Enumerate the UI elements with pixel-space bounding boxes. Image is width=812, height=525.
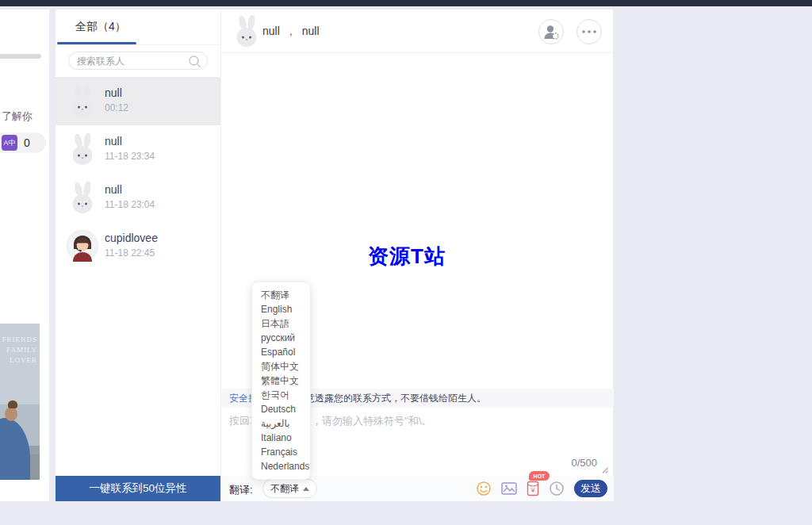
search-icon[interactable] <box>188 55 201 71</box>
translate-option[interactable]: 不翻译 <box>252 288 310 302</box>
photo-person <box>0 418 30 480</box>
background-page: 了解你 A中 0 FRIENDS FAMILY LOVER <box>0 10 49 501</box>
translate-count: 0 <box>24 136 30 149</box>
rabbit-avatar <box>67 85 98 118</box>
service-agent-avatar <box>67 230 98 263</box>
translate-option[interactable]: Français <box>252 445 310 459</box>
translate-option[interactable]: English <box>252 302 310 316</box>
translate-option[interactable]: Deutsch <box>252 402 310 416</box>
translate-option[interactable]: Italiano <box>252 431 310 445</box>
image-upload-icon[interactable] <box>501 481 517 496</box>
translate-option[interactable]: русский <box>252 331 310 345</box>
contact-name: cupidlovee <box>105 232 158 244</box>
promo-photo: FRIENDS FAMILY LOVER <box>0 324 40 480</box>
contact-time: 11-18 23:34 <box>105 151 155 162</box>
app-window: 了解你 A中 0 FRIENDS FAMILY LOVER 全部（4） 搜索联系… <box>0 0 812 525</box>
svg-text:¥: ¥ <box>530 486 535 494</box>
contact-list: null 00:12 null 11-18 23:34 null 11-18 2… <box>56 77 220 270</box>
history-clock-icon[interactable] <box>549 481 565 496</box>
contact-time: 11-18 23:04 <box>105 199 155 210</box>
chat-peer-name: null <box>262 25 280 37</box>
translate-option[interactable]: Nederlands <box>252 459 310 473</box>
contact-list-item[interactable]: null 11-18 23:04 <box>56 174 220 222</box>
photo-caption: FRIENDS FAMILY LOVER <box>2 335 37 366</box>
translate-count-badge[interactable]: A中 0 <box>0 132 46 153</box>
red-envelope-icon[interactable]: ¥ <box>527 481 539 496</box>
chat-header: null，null <box>221 10 613 53</box>
rabbit-avatar <box>67 182 98 215</box>
translate-selected-value: 不翻译 <box>270 482 299 496</box>
chat-title-separator: ， <box>285 25 297 37</box>
char-counter: 0/500 <box>571 457 597 469</box>
contact-name: null <box>105 135 122 148</box>
translate-option[interactable]: 한국어 <box>252 388 310 402</box>
contact-list-item[interactable]: null 00:12 <box>56 77 220 125</box>
contact-time: 00:12 <box>105 102 128 113</box>
chat-peer-title: null，null <box>262 25 320 39</box>
translate-option[interactable]: 日本語 <box>252 316 310 331</box>
translate-label: 翻译: <box>229 483 253 497</box>
tab-active-underline <box>57 42 136 44</box>
translate-option[interactable]: Español <box>252 345 310 359</box>
watermark-text: 资源T站 <box>368 243 446 270</box>
contact-list-item[interactable]: null 11-18 23:34 <box>56 125 220 174</box>
contact-list-item[interactable]: cupidlovee 11-18 22:45 <box>56 222 220 270</box>
more-options-button[interactable] <box>576 19 602 44</box>
greeting-text: 了解你 <box>2 109 33 124</box>
translate-icon: A中 <box>2 135 17 151</box>
contact-name: null <box>105 86 122 99</box>
contact-panel: 全部（4） 搜索联系人 null 00:12 null 11-18 23:34 <box>56 10 220 501</box>
rabbit-avatar <box>67 133 98 167</box>
search-placeholder: 搜索联系人 <box>77 55 124 68</box>
emoji-icon[interactable] <box>476 481 492 496</box>
top-window-strip <box>0 0 812 6</box>
hot-badge: HOT <box>529 471 550 481</box>
search-contacts-input[interactable]: 搜索联系人 <box>68 52 208 70</box>
contact-name: null <box>105 183 122 196</box>
send-button[interactable]: 发送 <box>574 480 607 497</box>
contact-time: 11-18 22:45 <box>105 247 155 259</box>
translate-select[interactable]: 不翻译 <box>262 479 317 498</box>
divider <box>0 54 41 59</box>
translate-option[interactable]: 繁體中文 <box>252 374 310 388</box>
chat-peer-avatar <box>232 15 262 48</box>
translate-dropdown: 不翻译English日本語русскийEspañol简体中文繁體中文한국어De… <box>251 282 311 480</box>
bulk-contact-button[interactable]: 一键联系到50位异性 <box>56 476 220 501</box>
contact-tabbar: 全部（4） <box>56 10 220 45</box>
view-profile-button[interactable] <box>538 19 564 44</box>
chevron-up-icon <box>303 487 309 491</box>
translate-option[interactable]: بالعربية <box>252 416 310 431</box>
translate-option[interactable]: 简体中文 <box>252 359 310 374</box>
tab-all-contacts[interactable]: 全部（4） <box>75 20 126 34</box>
chat-peer-subname: null <box>302 25 320 37</box>
